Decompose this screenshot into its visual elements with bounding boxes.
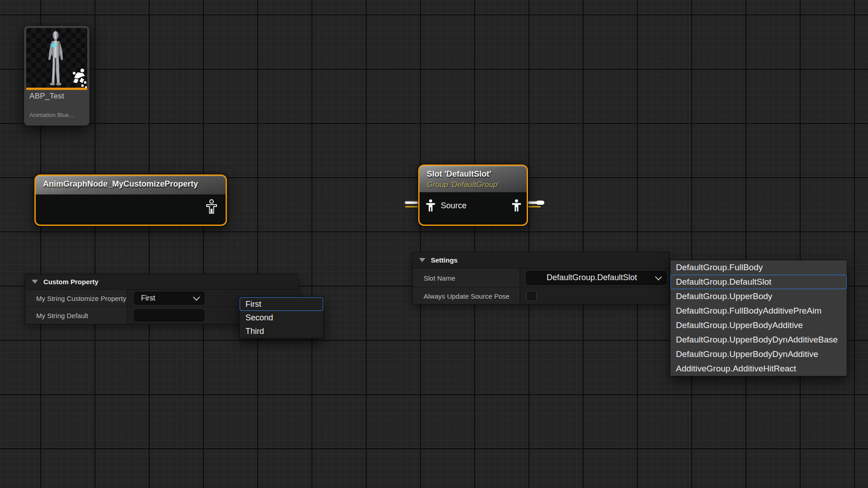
asset-title: ABP_Test (29, 92, 64, 101)
column-splitter[interactable] (127, 307, 127, 324)
property-label: My String Customize Property (36, 294, 126, 302)
panel-title: Custom Property (43, 278, 99, 286)
output-pose-pin-icon[interactable] (206, 199, 217, 215)
dropdown-item[interactable]: DefaultGroup.FullBody (670, 260, 847, 275)
expander-triangle-icon (32, 280, 38, 284)
pose-wire-left-white[interactable] (405, 202, 419, 204)
row-always-update-source-pose: Always Update Source Pose (413, 287, 669, 304)
my-string-customize-property-combo[interactable]: First (134, 292, 204, 305)
pose-wire-left-yellow[interactable] (405, 206, 419, 207)
panel-title: Settings (431, 256, 458, 264)
dropdown-item[interactable]: DefaultGroup.UpperBody (670, 289, 847, 304)
custom-property-header[interactable]: Custom Property (25, 274, 298, 290)
node-header: Slot 'DefaultSlot' Group 'DefaultGroup' (420, 166, 527, 192)
property-label: My String Default (36, 312, 88, 319)
column-splitter[interactable] (127, 290, 127, 306)
chevron-down-icon (193, 294, 200, 301)
column-splitter[interactable] (519, 268, 520, 287)
asset-type-label: Animation Blue… (29, 112, 75, 118)
combo-value: DefaultGroup.DefaultSlot (547, 273, 637, 282)
asset-card-abp-test[interactable]: ABP_Test Animation Blue… (24, 26, 90, 126)
dropdown-item[interactable]: DefaultGroup.DefaultSlot (670, 275, 847, 289)
slot-name-dropdown-popup: DefaultGroup.FullBody DefaultGroup.Defau… (670, 260, 847, 376)
node-anim-graph-custom[interactable]: AnimGraphNode_MyCustomizeProperty (34, 174, 227, 226)
source-pose-pin-icon[interactable] (426, 199, 435, 212)
asset-accent-bar (26, 88, 87, 90)
dropdown-item[interactable]: DefaultGroup.FullBodyAdditivePreAim (670, 304, 847, 318)
dropdown-item[interactable]: DefaultGroup.UpperBodyDynAdditiveBase (670, 333, 847, 347)
my-string-default-input[interactable] (134, 310, 204, 321)
node-header: AnimGraphNode_MyCustomizeProperty (36, 176, 226, 195)
mannequin-figure (41, 30, 72, 88)
value-column-bg (520, 287, 669, 304)
combo-value: First (141, 294, 155, 302)
source-pin-label: Source (441, 201, 467, 211)
always-update-source-pose-checkbox[interactable] (526, 291, 537, 301)
output-pose-pin-icon[interactable] (512, 199, 521, 212)
chevron-down-icon (655, 273, 662, 281)
property-label: Slot Name (424, 274, 455, 282)
settings-header[interactable]: Settings (413, 252, 669, 268)
node-subtitle: Group 'DefaultGroup' (427, 180, 519, 189)
pose-wire-endpoint[interactable] (536, 201, 544, 205)
dropdown-item[interactable]: AdditiveGroup.AdditiveHitReact (670, 361, 847, 376)
node-title: Slot 'DefaultSlot' (427, 169, 519, 179)
node-slot-defaultslot[interactable]: Slot 'DefaultSlot' Group 'DefaultGroup' … (418, 164, 528, 226)
string-dropdown-popup: First Second Third (239, 297, 324, 338)
property-label: Always Update Source Pose (424, 292, 509, 300)
dropdown-item[interactable]: First (240, 297, 323, 311)
dropdown-item[interactable]: Third (240, 324, 323, 338)
dropdown-item[interactable]: DefaultGroup.UpperBodyDynAdditive (670, 347, 847, 361)
expander-triangle-icon (419, 258, 425, 262)
graph-canvas[interactable]: ABP_Test Animation Blue… AnimGraphNode_M… (0, 0, 868, 488)
slot-name-combo[interactable]: DefaultGroup.DefaultSlot (526, 271, 666, 285)
dropdown-item[interactable]: Second (240, 311, 323, 324)
animation-blueprint-badge-icon (69, 68, 89, 89)
dropdown-item[interactable]: DefaultGroup.UpperBodyAdditive (670, 318, 847, 333)
settings-panel: Settings Slot Name DefaultGroup.DefaultS… (412, 252, 670, 305)
asset-thumbnail (26, 28, 87, 88)
column-splitter[interactable] (519, 287, 520, 304)
row-slot-name: Slot Name DefaultGroup.DefaultSlot (413, 268, 669, 287)
pose-wire-right-yellow[interactable] (526, 206, 541, 207)
node-title: AnimGraphNode_MyCustomizeProperty (43, 179, 218, 189)
